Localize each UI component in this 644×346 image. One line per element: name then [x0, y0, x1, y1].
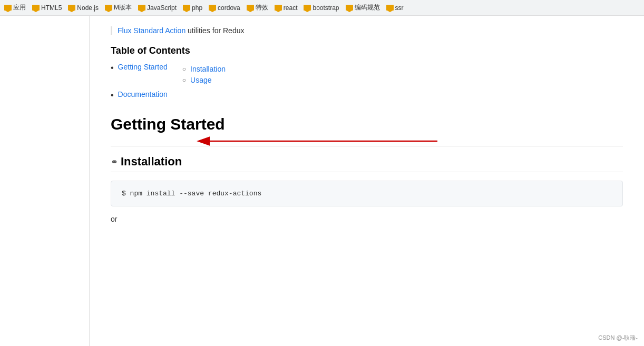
bookmark-folder-icon	[275, 5, 282, 11]
toc-section: Table of Contents Getting Started Instal…	[111, 45, 623, 101]
installation-heading: ⚭ Installation	[111, 155, 623, 172]
toc-list: Getting Started Installation Usage Docum…	[111, 63, 623, 101]
bookmark-react[interactable]: react	[275, 4, 298, 12]
bookmark-bootstrap-label: bootstrap	[313, 4, 339, 12]
toc-sublist-getting-started: Installation Usage	[172, 65, 226, 87]
bookmark-react-label: react	[284, 4, 298, 12]
bookmark-folder-icon	[138, 5, 145, 11]
toc-link-usage[interactable]: Usage	[190, 76, 211, 84]
left-sidebar	[0, 16, 90, 346]
toc-item-getting-started: Getting Started Installation Usage	[111, 63, 623, 87]
divider	[111, 146, 623, 146]
bookmark-folder-icon	[304, 5, 311, 11]
installation-heading-text: Installation	[121, 155, 182, 169]
bookmark-bootstrap[interactable]: bootstrap	[304, 4, 339, 12]
watermark: CSDN @-耿瑞-	[598, 334, 638, 342]
bookmark-nodejs-label: Node.js	[77, 4, 99, 12]
bookmark-html5-label: HTML5	[41, 4, 62, 12]
watermark-text: CSDN @-耿瑞-	[598, 334, 638, 341]
bookmark-cordova-label: cordova	[218, 4, 240, 12]
bookmark-folder-icon	[68, 5, 75, 11]
main-content: Flux Standard Action utilities for Redux…	[0, 16, 644, 346]
bookmark-apps-label: 应用	[13, 3, 26, 12]
bookmark-apps[interactable]: 应用	[4, 3, 26, 12]
toc-link-getting-started[interactable]: Getting Started	[118, 63, 168, 71]
bookmark-folder-icon	[32, 5, 40, 11]
toc-link-documentation[interactable]: Documentation	[118, 90, 168, 98]
bookmark-html5[interactable]: HTML5	[32, 4, 62, 12]
intro-text: utilities for Redux	[186, 26, 244, 35]
bookmark-nodejs[interactable]: Node.js	[68, 4, 99, 12]
bookmark-php[interactable]: php	[183, 4, 202, 12]
toc-item-documentation: Documentation	[111, 90, 623, 101]
content-area: Flux Standard Action utilities for Redux…	[90, 16, 644, 346]
bookmark-javascript[interactable]: JavaScript	[138, 4, 177, 12]
bookmark-coding-standards[interactable]: 编码规范	[346, 3, 380, 12]
bookmark-cordova[interactable]: cordova	[209, 4, 240, 12]
toc-subitem-installation: Installation	[172, 65, 226, 74]
bookmark-folder-icon	[247, 5, 254, 11]
code-block-npm: $ npm install --save redux-actions	[111, 181, 623, 206]
bookmark-folder-icon	[4, 5, 12, 11]
bookmark-folder-icon	[183, 5, 190, 11]
bookmark-mversion-label: M版本	[114, 3, 132, 12]
bookmark-coding-standards-label: 编码规范	[355, 3, 380, 12]
toc-subitem-usage: Usage	[172, 76, 226, 85]
bookmark-javascript-label: JavaScript	[147, 4, 177, 12]
or-text: or	[111, 215, 623, 223]
bookmark-mversion[interactable]: M版本	[105, 3, 132, 12]
anchor-link-icon: ⚭	[111, 157, 118, 167]
bookmark-folder-icon	[346, 5, 353, 11]
toc-link-installation[interactable]: Installation	[190, 65, 226, 73]
bookmark-folder-icon	[386, 5, 394, 11]
bookmark-folder-icon	[209, 5, 216, 11]
bookmarks-bar: 应用 HTML5 Node.js M版本 JavaScript php cord…	[0, 0, 644, 16]
bookmark-folder-icon	[105, 5, 112, 11]
bookmark-ssr[interactable]: ssr	[386, 4, 404, 12]
bookmark-ssr-label: ssr	[395, 4, 404, 12]
bookmark-php-label: php	[192, 4, 202, 12]
intro-line: Flux Standard Action utilities for Redux	[111, 26, 623, 35]
bookmark-effects-label: 特效	[256, 3, 268, 12]
getting-started-heading: Getting Started	[111, 115, 623, 133]
bookmark-effects[interactable]: 特效	[247, 3, 268, 12]
code-text: $ npm install --save redux-actions	[122, 190, 261, 197]
toc-title: Table of Contents	[111, 45, 623, 56]
flux-standard-action-link[interactable]: Flux Standard Action	[118, 26, 186, 35]
